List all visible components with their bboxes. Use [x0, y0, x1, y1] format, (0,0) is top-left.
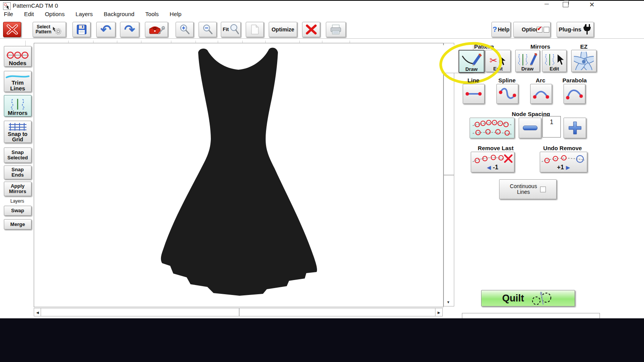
drawing-canvas[interactable] [34, 43, 444, 307]
sidebar-item-mirrors[interactable]: Mirrors [4, 95, 31, 116]
remove-last-arrow-icon: ◀ [487, 164, 491, 170]
toolbar: Select Pattern ↶ ↷ Fit Optimize [0, 20, 644, 39]
menu-edit[interactable]: Edit [24, 11, 34, 17]
nodes-icon [6, 50, 30, 60]
close-button[interactable]: ✕ [584, 1, 600, 11]
fit-label: Fit [223, 27, 229, 32]
scroll-down-icon[interactable]: ▼ [447, 301, 450, 304]
help-label: Help [498, 27, 509, 33]
continuous-lines-toggle[interactable]: Continuous Lines [499, 179, 557, 199]
spline-tool-button[interactable] [496, 84, 518, 104]
sidebar-item-merge[interactable]: Merge [4, 219, 31, 229]
quilt-button[interactable]: Quilt [481, 290, 575, 306]
horizontal-scrollbar-divider [239, 308, 240, 316]
spline-tool-icon [498, 86, 516, 102]
undo-icon: ↶ [100, 24, 112, 35]
mirrors-icon [7, 98, 28, 110]
vertical-scrollbar[interactable]: ▼ [444, 43, 454, 306]
sidebar-item-snap-ends[interactable]: Snap Ends [4, 165, 31, 179]
new-page-icon [250, 24, 260, 35]
plugins-label: Plug-ins [559, 26, 581, 33]
lower-panel-edge [462, 313, 600, 318]
parabola-heading: Parabola [559, 77, 590, 84]
node-spacing-button[interactable] [470, 118, 514, 138]
node-spacing-decrease-button[interactable] [519, 118, 541, 138]
scroll-left-button[interactable]: ◀ [34, 308, 41, 316]
scroll-left-icon: ◀ [36, 311, 39, 314]
scissors-icon: ✂ [490, 56, 497, 66]
restore-button[interactable] [563, 2, 568, 7]
zoom-in-button[interactable] [176, 22, 194, 37]
menu-help[interactable]: Help [170, 11, 182, 17]
redo-button[interactable]: ↷ [120, 22, 139, 37]
snap-grid-icon [8, 122, 27, 131]
menu-file[interactable]: File [4, 11, 13, 17]
mirrors-edit-label: Edit [550, 66, 559, 72]
remove-last-delta: -1 [493, 164, 498, 171]
undo-remove-delta: +1 [557, 164, 564, 171]
fit-button[interactable]: Fit [221, 22, 241, 37]
pattern-edit-label: Edit [493, 66, 503, 72]
red-check-icon: ✔ [537, 25, 542, 32]
undo-remove-arrow-icon: ▶ [566, 164, 570, 170]
toolbox-button[interactable] [145, 22, 168, 37]
save-icon [76, 24, 87, 35]
horizontal-scrollbar-track[interactable] [41, 308, 436, 316]
cursor-icon [498, 55, 506, 66]
sidebar-item-apply-mirrors[interactable]: Apply Mirrors [4, 182, 31, 196]
remove-last-heading: Remove Last [471, 145, 521, 151]
delete-button[interactable] [302, 22, 320, 37]
dress-silhouette [34, 43, 443, 307]
parabola-tool-button[interactable] [564, 84, 585, 104]
sidebar-item-trim-lines[interactable]: Trim Lines [4, 71, 31, 92]
ez-button[interactable] [571, 50, 596, 72]
line-tool-button[interactable] [463, 84, 485, 104]
minimize-button[interactable]: – [539, 0, 554, 8]
new-page-button[interactable] [246, 22, 264, 37]
sidebar-item-swap[interactable]: Swap [4, 206, 31, 216]
pattern-draw-button[interactable]: Draw [458, 50, 485, 73]
redo-icon: ↷ [124, 24, 135, 35]
optimize-button[interactable]: Optimize [269, 22, 297, 37]
options-checkbox-empty [544, 27, 549, 33]
menu-options[interactable]: Options [45, 11, 65, 17]
help-question-icon: ? [493, 25, 497, 34]
print-icon [329, 24, 342, 35]
delete-x-icon [306, 25, 317, 34]
options-button[interactable]: Options ✔ [513, 22, 550, 37]
spline-heading: Spline [495, 77, 519, 84]
sidebar-item-nodes[interactable]: Nodes [4, 46, 31, 67]
mirrors-heading: Mirrors [516, 43, 564, 50]
remove-last-nodes-icon [473, 154, 513, 164]
mirrors-draw-button[interactable]: Draw [515, 50, 540, 72]
horizontal-scrollbar[interactable]: ◀ ▶ [34, 308, 442, 316]
zoom-out-button[interactable] [199, 22, 217, 37]
layers-section-label: Layers [4, 198, 31, 204]
trim-lines-label: Trim Lines [10, 80, 25, 92]
remove-last-button[interactable]: ◀ -1 [471, 152, 514, 172]
ez-flower-icon [574, 52, 594, 70]
menu-tools[interactable]: Tools [145, 11, 159, 17]
node-spacing-value[interactable]: 1 [542, 116, 561, 138]
window-title: PatternCAD TM [13, 2, 53, 9]
sidebar-item-snap-selected[interactable]: Snap Selected [4, 147, 31, 163]
mirrors-draw-label: Draw [521, 66, 534, 72]
scroll-right-button[interactable]: ▶ [435, 308, 443, 316]
arc-tool-button[interactable] [530, 84, 552, 104]
undo-button[interactable]: ↶ [96, 22, 115, 37]
select-pattern-button[interactable]: Select Pattern [33, 22, 66, 37]
sidebar-item-snap-to-grid[interactable]: Snap to Grid [4, 121, 31, 143]
exit-button[interactable] [3, 22, 21, 37]
menu-background[interactable]: Background [104, 11, 135, 17]
menu-layers[interactable]: Layers [76, 11, 93, 17]
mirrors-draw-icon [517, 53, 538, 66]
plugins-button[interactable]: Plug-ins [557, 22, 594, 37]
node-spacing-increase-button[interactable] [564, 118, 586, 138]
help-button[interactable]: ? Help [491, 22, 511, 37]
print-button[interactable] [326, 22, 346, 37]
undo-remove-button[interactable]: +1 ▶ [540, 152, 587, 172]
save-button[interactable] [72, 22, 90, 37]
mirrors-edit-button[interactable]: Edit [542, 50, 567, 72]
continuous-lines-checkbox[interactable] [540, 187, 546, 192]
pattern-edit-button[interactable]: ✂ Edit [485, 50, 511, 72]
